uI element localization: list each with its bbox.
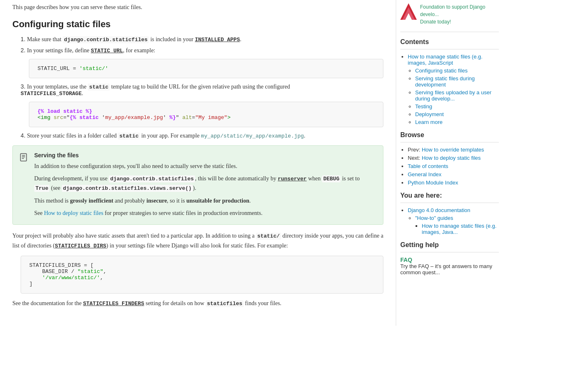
staticfiles-finders: STATICFILES_FINDERS <box>83 301 144 307</box>
donation-text: Foundation to support Django develo...Do… <box>420 3 499 26</box>
cb1-eq: = <box>73 65 80 72</box>
cb2-l2-alt-attr: alt <box>182 114 192 121</box>
browse-title: Browse <box>400 131 499 139</box>
code-block-1: STATIC_URL = 'static/' <box>29 59 383 78</box>
step-4-text-2: in your app. For example <box>140 133 201 139</box>
cb2-l2-altval: "My image" <box>195 114 227 121</box>
note-grossly: grossly inefficient <box>70 198 113 204</box>
note-para-1: In addition to these configuration steps… <box>34 162 375 171</box>
donation-section: Foundation to support Django develo...Do… <box>400 0 499 32</box>
browse-next: Next: How to deploy static files <box>408 155 499 161</box>
step-1-text-1: Make sure that <box>27 36 63 42</box>
browse-divider <box>400 142 499 142</box>
contents-section: Contents How to manage static files (e.g… <box>400 38 499 125</box>
you-are-here-title: You are here: <box>400 192 499 199</box>
general-index-link[interactable]: General Index <box>408 171 442 177</box>
howto-link[interactable]: "How-to" guides <box>415 215 453 221</box>
step-1: 1. Make sure that django.contrib.staticf… <box>21 36 383 43</box>
step-4-static: static <box>118 133 140 140</box>
step-4-text-1: Store your static files in a folder call… <box>27 133 118 139</box>
serving-user-link[interactable]: Serving files uploaded by a user during … <box>415 89 491 102</box>
browse-section: Browse Prev: How to override templates N… <box>400 131 499 186</box>
staticfiles-bottom: staticfiles <box>206 300 244 307</box>
note-content: Serving the files In addition to these c… <box>34 152 375 218</box>
contents-link-1[interactable]: How to manage static files (e.g. images,… <box>408 54 482 66</box>
you-are-here-section: You are here: Django 4.0 documentation "… <box>400 192 499 235</box>
step-1-installed-apps: INSTALLED_APPS <box>195 37 240 43</box>
browse-toc: Table of contents <box>408 163 499 169</box>
contents-sub-3: Serving files uploaded by a user during … <box>415 89 499 102</box>
note-deploy-link[interactable]: How to deploy static files <box>44 210 103 216</box>
section-title: Configuring static files <box>12 19 383 30</box>
cb2-line2: <img src="{% static 'my_app/example.jpg'… <box>38 114 375 121</box>
django-docs-link[interactable]: Django 4.0 documentation <box>408 207 470 213</box>
contents-item-1: How to manage static files (e.g. images,… <box>408 54 499 125</box>
cb2-l2-eq: =" <box>63 114 70 121</box>
you-are-here-divider <box>400 203 499 203</box>
step-2-num: 2. <box>21 47 27 54</box>
step-2-text-2: , for example: <box>123 47 155 54</box>
step-3: 3. In your templates, use the static tem… <box>21 83 383 127</box>
step-1-num: 1. <box>21 36 27 42</box>
note-code-1: django.contrib.staticfiles <box>109 175 195 182</box>
serving-dev-link[interactable]: Serving static files during development <box>415 75 475 88</box>
contents-list: How to manage static files (e.g. images,… <box>400 54 499 125</box>
learn-more-link[interactable]: Learn more <box>415 119 442 125</box>
contents-sub-1: Configuring static files <box>415 68 499 74</box>
getting-help-title: Getting help <box>400 241 499 249</box>
step-3-text-2: template tag to build the URL for the gi… <box>110 84 290 90</box>
document-icon <box>19 153 28 218</box>
you-are-here-list: Django 4.0 documentation "How-to" guides… <box>400 207 499 235</box>
main-content: This page describes how you can serve th… <box>0 0 396 326</box>
cb3-line3: '/var/www/static/', <box>29 275 375 281</box>
python-module-link[interactable]: Python Module Index <box>408 180 458 186</box>
deployment-link[interactable]: Deployment <box>415 111 444 117</box>
note-insecure: insecure <box>146 198 167 204</box>
step-3-num: 3. <box>21 83 27 90</box>
code-block-2: {% load static %} <img src="{% static 'm… <box>29 102 383 127</box>
toc-link[interactable]: Table of contents <box>408 163 448 169</box>
contents-sub-4: Testing <box>415 103 499 110</box>
contents-sub-5: Deployment <box>415 111 499 117</box>
step-4: 4. Store your static files in a folder c… <box>21 132 383 139</box>
faq-title: FAQ <box>400 257 499 263</box>
browse-general-index: General Index <box>408 171 499 177</box>
cb2-l2-closequote: " <box>176 114 179 121</box>
browse-list: Prev: How to override templates Next: Ho… <box>400 147 499 186</box>
cb2-l2-gt: > <box>227 114 230 121</box>
code-block-3: STATICFILES_DIRS = [ BASE_DIR / "static"… <box>21 256 383 294</box>
note-debug: DEBUG <box>322 175 341 182</box>
step-3-staticfiles-storage: STATICFILES_STORAGE <box>21 91 82 97</box>
cb2-l2-quote1: ' <box>102 114 105 121</box>
note-unsuitable: unsuitable for production <box>186 198 249 204</box>
cb1-var: STATIC_URL <box>38 65 70 72</box>
cb2-l1-static: static <box>60 108 83 114</box>
note-title: Serving the files <box>34 152 375 159</box>
cb2-l2-imgpath: my_app/example.jpg <box>105 114 163 121</box>
note-serve: django.contrib.staticfiles.views.serve() <box>62 185 193 192</box>
manage-static-link[interactable]: How to manage static files (e.g. images,… <box>422 223 496 235</box>
yah-sub-sub-list: How to manage static files (e.g. images,… <box>415 223 499 235</box>
page-intro: This page describes how you can serve th… <box>12 4 383 11</box>
cb1-val: 'static/' <box>79 65 108 72</box>
step-2-static-url: STATIC_URL <box>91 48 123 54</box>
testing-link[interactable]: Testing <box>415 103 432 110</box>
cb3-line1: STATICFILES_DIRS = [ <box>29 262 375 268</box>
contents-sub-6: Learn more <box>415 119 499 125</box>
configuring-link[interactable]: Configuring static files <box>415 68 468 74</box>
cb2-l2-tag2: {% <box>70 114 76 121</box>
prev-link[interactable]: How to override templates <box>422 147 484 153</box>
next-link[interactable]: How to deploy static files <box>422 155 481 161</box>
yah-sub-list: "How-to" guides How to manage static fil… <box>408 215 499 235</box>
step-1-code-1: django.contrib.staticfiles <box>63 36 149 43</box>
step-4-green-link: my_app/static/my_app/example.jpg <box>201 133 304 139</box>
cb2-l1-tag1: {% <box>38 108 44 114</box>
note-para-4: See How to deploy static files for prope… <box>34 209 375 218</box>
contents-sub-list: Configuring static files Serving static … <box>408 68 499 125</box>
step-1-period: . <box>240 36 242 42</box>
yah-howto: "How-to" guides How to manage static fil… <box>415 215 499 235</box>
staticfiles-dirs-underline: STATICFILES_DIRS <box>55 243 106 249</box>
note-box: Serving the files In addition to these c… <box>12 145 383 225</box>
para-bottom: See the documentation for the STATICFILE… <box>12 299 383 308</box>
note-para-2: During development, if you use django.co… <box>34 174 375 193</box>
